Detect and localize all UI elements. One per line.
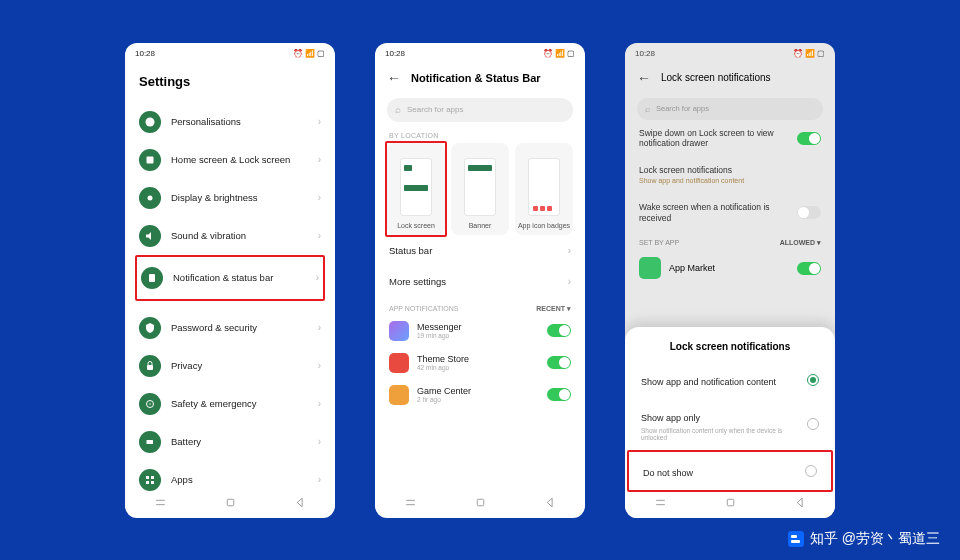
nav-back[interactable] (793, 496, 807, 510)
page-title: Notification & Status Bar (411, 72, 541, 84)
option-do-not-show[interactable]: Do not show (627, 450, 833, 492)
card-badges[interactable]: App icon badges (515, 143, 573, 235)
settings-item-privacy[interactable]: Privacy › (135, 347, 325, 385)
status-icons: ⏰ 📶 ▢ (793, 49, 825, 58)
option-show-app-only[interactable]: Show app onlyShow notification content o… (625, 398, 835, 450)
app-row-theme-store[interactable]: Theme Store 42 min ago (375, 347, 585, 379)
lockscreen-thumb (400, 158, 432, 216)
toggle-messenger[interactable] (547, 324, 571, 337)
svg-rect-14 (227, 499, 234, 506)
badges-thumb (528, 158, 560, 216)
app-row-messenger[interactable]: Messenger 19 min ago (375, 315, 585, 347)
toggle-wake[interactable] (797, 206, 821, 219)
chevron-right-icon: › (318, 192, 321, 203)
radio-unselected[interactable] (807, 418, 819, 430)
filter-allowed[interactable]: ALLOWED ▾ (780, 239, 821, 247)
back-button[interactable]: ← (637, 70, 651, 86)
row-swipe-drawer[interactable]: Swipe down on Lock screen to view notifi… (625, 120, 835, 157)
safety-icon (139, 393, 161, 415)
chevron-right-icon: › (318, 116, 321, 127)
nav-bar (625, 492, 835, 514)
row-status-bar[interactable]: Status bar › (375, 235, 585, 266)
toggle-app-market[interactable] (797, 262, 821, 275)
settings-item-personalisations[interactable]: Personalisations › (135, 103, 325, 141)
home-icon (139, 149, 161, 171)
nav-home[interactable] (723, 496, 737, 510)
svg-rect-9 (151, 476, 154, 479)
app-row-game-center[interactable]: Game Center 2 hr ago (375, 379, 585, 411)
option-show-all[interactable]: Show app and notification content (625, 362, 835, 398)
status-bar: 10:28 ⏰ 📶 ▢ (125, 43, 335, 64)
svg-point-2 (148, 195, 153, 200)
settings-item-password[interactable]: Password & security › (135, 309, 325, 347)
nav-home[interactable] (223, 496, 237, 510)
row-lock-screen-notifications[interactable]: Lock screen notificationsShow app and no… (625, 157, 835, 194)
nav-recents[interactable] (153, 496, 167, 510)
status-time: 10:28 (135, 49, 155, 58)
settings-item-display[interactable]: Display & brightness › (135, 179, 325, 217)
svg-rect-17 (477, 499, 484, 506)
section-set-by-app: SET BY APP (639, 239, 679, 247)
card-lock-screen[interactable]: Lock screen (387, 143, 445, 235)
card-banner[interactable]: Banner (451, 143, 509, 235)
search-input[interactable]: ⌕ Search for apps (637, 98, 823, 120)
app-row-market[interactable]: App Market (625, 251, 835, 285)
settings-item-sound[interactable]: Sound & vibration › (135, 217, 325, 255)
search-icon: ⌕ (395, 104, 401, 115)
shield-icon (139, 317, 161, 339)
svg-rect-7 (147, 440, 154, 444)
chevron-right-icon: › (318, 360, 321, 371)
back-button[interactable]: ← (387, 70, 401, 86)
svg-rect-8 (146, 476, 149, 479)
sort-recent[interactable]: RECENT ▾ (536, 305, 571, 313)
section-by-location: BY LOCATION (375, 122, 585, 143)
settings-item-home-lock[interactable]: Home screen & Lock screen › (135, 141, 325, 179)
page-title: Settings (125, 64, 335, 103)
chevron-right-icon: › (568, 276, 571, 287)
notification-icon (141, 267, 163, 289)
radio-selected[interactable] (807, 374, 819, 386)
svg-rect-10 (146, 481, 149, 484)
status-icons: ⏰ 📶 ▢ (293, 49, 325, 58)
nav-back[interactable] (293, 496, 307, 510)
svg-point-0 (146, 117, 155, 126)
banner-thumb (464, 158, 496, 216)
toggle-game-center[interactable] (547, 388, 571, 401)
battery-icon (139, 431, 161, 453)
chevron-right-icon: › (318, 474, 321, 485)
nav-bar (375, 492, 585, 514)
row-wake-screen[interactable]: Wake screen when a notification is recei… (625, 194, 835, 231)
svg-rect-20 (727, 499, 734, 506)
chevron-right-icon: › (568, 245, 571, 256)
status-time: 10:28 (385, 49, 405, 58)
toggle-swipe[interactable] (797, 132, 821, 145)
status-bar: 10:28 ⏰ 📶 ▢ (625, 43, 835, 64)
lock-icon (139, 355, 161, 377)
nav-home[interactable] (473, 496, 487, 510)
row-more-settings[interactable]: More settings › (375, 266, 585, 297)
settings-item-safety[interactable]: Safety & emergency › (135, 385, 325, 423)
nav-back[interactable] (543, 496, 557, 510)
svg-rect-11 (151, 481, 154, 484)
app-market-icon (639, 257, 661, 279)
status-time: 10:28 (635, 49, 655, 58)
status-icons: ⏰ 📶 ▢ (543, 49, 575, 58)
toggle-theme-store[interactable] (547, 356, 571, 369)
palette-icon (139, 111, 161, 133)
watermark: 知乎 @劳资丶蜀道三 (788, 530, 940, 548)
search-input[interactable]: ⌕ Search for apps (387, 98, 573, 122)
zhihu-logo-icon (788, 531, 804, 547)
search-icon: ⌕ (645, 104, 650, 114)
nav-recents[interactable] (653, 496, 667, 510)
bottom-sheet: Lock screen notifications Show app and n… (625, 327, 835, 518)
chevron-right-icon: › (318, 398, 321, 409)
settings-item-battery[interactable]: Battery › (135, 423, 325, 461)
chevron-right-icon: › (316, 272, 319, 283)
settings-item-notification-status[interactable]: Notification & status bar › (135, 255, 325, 301)
radio-unselected[interactable] (805, 465, 817, 477)
svg-rect-4 (147, 365, 153, 370)
nav-recents[interactable] (403, 496, 417, 510)
brightness-icon (139, 187, 161, 209)
game-center-icon (389, 385, 409, 405)
sound-icon (139, 225, 161, 247)
